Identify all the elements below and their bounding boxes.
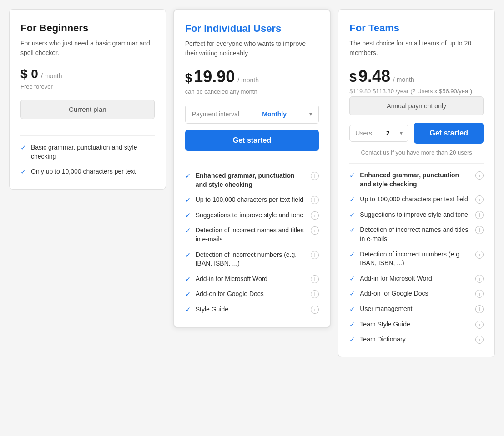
- check-icon: ✓: [185, 290, 191, 298]
- divider-individual: [185, 164, 319, 164]
- payment-interval-select[interactable]: Payment interval Monthly ▾: [185, 105, 319, 124]
- price-period-individual: / month: [237, 76, 259, 84]
- feature-text: Add-in for Microsoft Word: [360, 274, 471, 283]
- users-value: 2: [386, 130, 390, 137]
- list-item: ✓ Only up to 10,000 characters per text: [20, 167, 155, 176]
- chevron-down-icon: ▾: [309, 111, 312, 117]
- feature-text: Style Guide: [196, 305, 307, 314]
- info-icon[interactable]: i: [311, 211, 319, 220]
- feature-text: Suggestions to improve style and tone: [196, 211, 307, 220]
- info-icon[interactable]: i: [311, 172, 319, 180]
- list-item: ✓ Detection of incorrect numbers (e.g. I…: [349, 250, 484, 268]
- check-icon: ✓: [185, 211, 191, 220]
- users-label: Users: [355, 130, 372, 137]
- list-item: ✓ Add-on for Google Docs i: [185, 290, 319, 299]
- feature-text: Detection of incorrect numbers (e.g. IBA…: [196, 251, 307, 268]
- annual-only-button: Annual payment only: [349, 96, 484, 115]
- plan-description-beginner: For users who just need a basic grammar …: [20, 39, 155, 58]
- info-icon[interactable]: i: [475, 290, 484, 298]
- price-row-beginner: $ 0 / month: [20, 67, 155, 81]
- price-extra: (2 Users x $56.90/year): [410, 88, 472, 95]
- feature-text: Up to 100,000 characters per text field: [360, 195, 471, 204]
- check-icon: ✓: [185, 275, 191, 283]
- info-icon[interactable]: i: [311, 226, 319, 235]
- info-icon[interactable]: i: [311, 275, 319, 283]
- list-item: ✓ Team Style Guide i: [349, 320, 484, 329]
- price-period-beginner: / month: [41, 72, 62, 80]
- list-item: ✓ User management i: [349, 305, 484, 314]
- feature-text: Up to 100,000 characters per text field: [196, 195, 307, 205]
- payment-interval-label: Payment interval: [192, 110, 239, 118]
- info-icon[interactable]: i: [311, 251, 319, 259]
- price-dollar-individual: $: [185, 71, 192, 85]
- price-note-individual: can be canceled any month: [185, 88, 319, 97]
- check-icon: ✓: [349, 171, 355, 180]
- info-icon[interactable]: i: [475, 171, 484, 180]
- feature-text: User management: [360, 305, 471, 314]
- plan-description-teams: The best choice for small teams of up to…: [349, 39, 484, 58]
- list-item: ✓ Detection of incorrect names and title…: [185, 226, 319, 244]
- info-icon[interactable]: i: [475, 336, 484, 344]
- list-item: ✓ Enhanced grammar, punctuation and styl…: [185, 171, 319, 189]
- price-value: $113.80: [373, 88, 394, 95]
- list-item: ✓ Up to 100,000 characters per text fiel…: [349, 195, 484, 204]
- feature-text: Enhanced grammar, punctuation and style …: [196, 171, 307, 189]
- list-item: ✓ Suggestions to improve style and tone …: [185, 211, 319, 220]
- check-icon: ✓: [185, 306, 191, 314]
- feature-text: Detection of incorrect names and titles …: [196, 226, 307, 244]
- contact-link[interactable]: Contact us if you have more than 20 user…: [349, 149, 484, 156]
- info-icon[interactable]: i: [475, 226, 484, 234]
- plan-card-individual: For Individual Users Perfect for everyon…: [173, 9, 331, 328]
- feature-text: Detection of incorrect names and titles …: [360, 226, 471, 243]
- info-icon[interactable]: i: [475, 211, 484, 219]
- feature-text: Enhanced grammar, punctuation and style …: [360, 171, 471, 189]
- info-icon[interactable]: i: [475, 251, 484, 259]
- feature-text: Detection of incorrect numbers (e.g. IBA…: [360, 250, 471, 268]
- price-note-beginner: Free forever: [20, 83, 155, 92]
- info-icon[interactable]: i: [311, 290, 319, 298]
- check-icon: ✓: [185, 251, 191, 259]
- feature-text: Add-in for Microsoft Word: [196, 275, 307, 284]
- info-icon[interactable]: i: [475, 275, 484, 283]
- list-item: ✓ Add-in for Microsoft Word i: [349, 274, 484, 283]
- feature-text: Basic grammar, punctuation and style che…: [31, 143, 155, 161]
- feature-text: Add-on for Google Docs: [196, 290, 307, 299]
- list-item: ✓ Style Guide i: [185, 305, 319, 314]
- divider-teams: [349, 163, 484, 164]
- users-select[interactable]: Users 2 ▾: [349, 125, 408, 142]
- get-started-button-individual[interactable]: Get started: [185, 130, 319, 151]
- list-item: ✓ Team Dictionary i: [349, 335, 484, 344]
- feature-text: Add-on for Google Docs: [360, 289, 471, 298]
- list-item: ✓ Basic grammar, punctuation and style c…: [20, 143, 155, 161]
- plan-card-beginner: For Beginners For users who just need a …: [9, 9, 166, 190]
- check-icon: ✓: [349, 195, 355, 204]
- info-icon[interactable]: i: [311, 196, 319, 204]
- plan-card-teams: For Teams The best choice for small team…: [338, 9, 495, 357]
- info-icon[interactable]: i: [475, 321, 484, 329]
- current-plan-button: Current plan: [20, 100, 155, 119]
- price-row-teams: $ 9.48 / month: [349, 67, 484, 86]
- check-icon: ✓: [349, 226, 355, 234]
- feature-text: Team Style Guide: [360, 320, 471, 329]
- price-dollar-teams: $: [349, 70, 357, 85]
- info-icon[interactable]: i: [311, 306, 319, 314]
- info-icon[interactable]: i: [475, 305, 484, 313]
- feature-list-teams: ✓ Enhanced grammar, punctuation and styl…: [349, 171, 484, 344]
- check-icon: ✓: [349, 336, 355, 344]
- check-icon: ✓: [349, 305, 355, 313]
- feature-text: Suggestions to improve style and tone: [360, 210, 471, 220]
- feature-list-beginner: ✓ Basic grammar, punctuation and style c…: [20, 143, 155, 176]
- price-strike: $119.80: [349, 88, 371, 95]
- get-started-button-teams[interactable]: Get started: [414, 123, 484, 144]
- check-icon: ✓: [349, 251, 355, 259]
- divider-beginner: [20, 135, 155, 136]
- list-item: ✓ Up to 100,000 characters per text fiel…: [185, 195, 319, 205]
- info-icon[interactable]: i: [475, 195, 484, 204]
- check-icon: ✓: [349, 211, 355, 219]
- payment-interval-value: Monthly: [262, 110, 287, 118]
- list-item: ✓ Suggestions to improve style and tone …: [349, 210, 484, 220]
- price-secondary-teams: $119.80 $113.80 /year (2 Users x $56.90/…: [349, 88, 484, 95]
- plan-title-teams: For Teams: [349, 22, 484, 34]
- feature-list-individual: ✓ Enhanced grammar, punctuation and styl…: [185, 171, 319, 314]
- check-icon: ✓: [185, 172, 191, 180]
